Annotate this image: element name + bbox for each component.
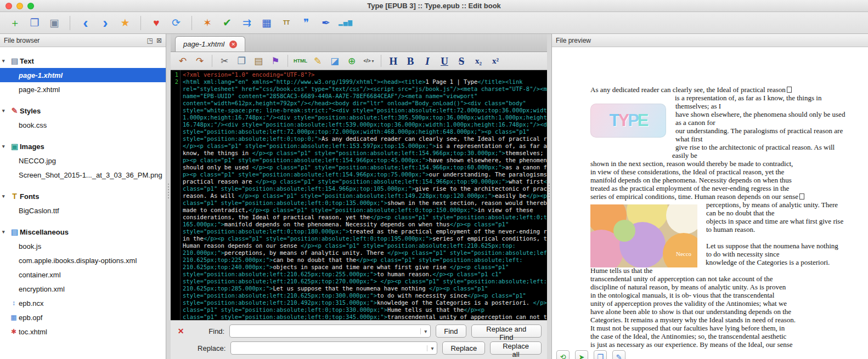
font-manager-button[interactable]: TT [278,15,295,31]
special-characters-button[interactable]: ✒ [318,15,334,31]
tree-item-encryption-xml[interactable]: encryption.xml [0,282,166,296]
replace-input[interactable] [231,342,427,354]
tree-section-styles[interactable]: ▾✎Styles [0,104,166,118]
close-panel-icon[interactable]: ⊠ [156,37,162,44]
donate-icon: ♥ [153,18,159,28]
mark-selection-icon: ✎ [314,56,322,66]
code-content[interactable]: <?xml version="1.0" encoding="UTF-8"?><h… [181,70,547,320]
superscript-button[interactable]: x² [488,54,503,68]
disclosure-triangle-icon[interactable]: ▾ [2,229,9,235]
replace-all-button[interactable]: Replace all [490,341,542,355]
back-icon: ‹ [83,15,88,31]
mend-code-button[interactable]: ⇉ [239,15,255,31]
replace-and-find-button[interactable]: Replace and Find [471,324,542,338]
tab-page-1-xhtml[interactable]: page-1.xhtml ✕ [175,36,245,52]
insert-id-button[interactable]: ⊕ [344,54,359,68]
insert-tag-icon: </> [363,59,370,64]
find-button[interactable]: Find [436,324,466,338]
close-find-button[interactable]: ✕ [176,327,185,335]
dropdown-arrow-icon: ▾ [372,59,374,64]
heading-button[interactable]: H [386,54,401,68]
tree-item-toc-xhtml[interactable]: ✱toc.xhtml [0,324,166,339]
cut-button[interactable]: ✂ [217,54,232,68]
mark-selection-button[interactable]: ✎ [310,54,325,68]
code-line: 210.625px;top:285.000px;">Let us suppose… [183,285,547,292]
bold-button[interactable]: B [403,54,418,68]
strikethrough-button[interactable]: S [454,54,469,68]
replace-dropdown-icon[interactable]: ▾ [427,345,437,351]
find-input[interactable] [230,325,420,337]
back-button[interactable]: ‹ [77,15,94,31]
tree-item-book-css[interactable]: book.css [0,118,166,132]
tree-section-fonts[interactable]: ▾TFonts [0,189,166,203]
tree-item-epb-ncx[interactable]: ↕epb.ncx [0,296,166,310]
code-view[interactable]: 12 <?xml version="1.0" encoding="UTF-8"?… [171,70,547,320]
left-splitter[interactable] [166,34,171,359]
refresh-button[interactable]: ⟳ [168,15,184,31]
bookmark-button[interactable]: ★ [117,15,133,31]
insert-tag-button[interactable]: </>▾ [361,54,376,68]
html-view-button[interactable]: HTML [292,54,308,68]
code-line: class="p1" style="position:absolute;left… [183,314,547,320]
tree-item-bigcaslon-ttf[interactable]: BigCaslon.ttf [0,203,166,218]
italic-button[interactable]: I [420,54,435,68]
tree-item-necco-jpg[interactable]: NECCO.jpg [0,153,166,168]
line-number: 1 [171,71,178,78]
tree-section-text[interactable]: ▾▤Text [0,54,166,68]
right-splitter[interactable] [547,34,551,359]
insert-entity-button[interactable]: ⚑ [268,54,283,68]
tree-item-page-2-xhtml[interactable]: page-2.xhtml [0,82,166,96]
editor-toolbar: ↶↷✂❐▤⚑HTML✎◪⊕</>▾HBIUSx₂x² [171,52,547,70]
paste-button[interactable]: ▤ [251,54,266,68]
reports-button[interactable]: ▂▅▇ [337,15,354,31]
tab-close-icon[interactable]: ✕ [229,41,237,48]
code-line: <html xml:lang="en" xmlns="http://www.w3… [183,78,547,86]
refresh-preview-button[interactable]: ⟲ [556,350,570,359]
tree-item-com-apple-ibooks-display-options-xml[interactable]: com.apple.ibooks.display-options.xml [0,253,166,267]
disclosure-triangle-icon[interactable]: ▾ [2,144,9,149]
forward-button[interactable]: › [97,15,114,31]
find-dropdown-icon[interactable]: ▾ [420,328,430,334]
close-window-button[interactable] [5,3,12,9]
undo-button[interactable]: ↶ [175,54,190,68]
minimize-window-button[interactable] [16,3,23,9]
go-to-location-button[interactable]: ➤ [575,350,588,359]
subscript-button[interactable]: x₂ [471,54,486,68]
report-bug-button[interactable]: ✶ [199,15,216,31]
spellcheck-button[interactable]: ✔ [219,15,235,31]
tree-section-images[interactable]: ▾▣Images [0,139,166,153]
quotes-icon: ❞ [303,18,309,28]
code-line: </p><p class="p1" style="position:absolu… [183,143,547,150]
tree-item-label: Images [20,143,48,151]
tree-item-epb-opf[interactable]: ▦epb.opf [0,310,166,324]
disclosure-triangle-icon[interactable]: ▾ [2,193,9,199]
new-file-button[interactable]: ＋ [7,15,23,31]
insert-image-icon: ◪ [330,56,339,66]
save-button[interactable]: ▣ [46,15,63,31]
preview-text-line: can be no doubt that the [706,209,775,217]
disclosure-triangle-icon[interactable]: ▾ [2,108,9,113]
donate-button[interactable]: ♥ [148,15,165,31]
inspect-button[interactable]: ✎ [612,350,625,359]
metadata-editor-button[interactable]: ▦ [258,15,275,31]
tree-item-container-xml[interactable]: container.xml [0,267,166,282]
float-panel-icon[interactable]: ◳ [147,37,153,44]
copy-button[interactable]: ❐ [234,54,249,68]
disclosure-triangle-icon[interactable]: ▾ [2,58,9,64]
insert-image-button[interactable]: ◪ [327,54,342,68]
tree-item-book-js[interactable]: book.js [0,239,166,253]
tree-item-page-1-xhtml[interactable]: page-1.xhtml [0,68,166,82]
zoom-window-button[interactable] [27,3,34,9]
file-browser-title: File browser [4,37,40,44]
redo-button[interactable]: ↷ [192,54,207,68]
preview-text-line: have shown elsewhere, the phenomena shou… [675,110,845,118]
replace-button[interactable]: Replace [442,341,485,355]
quotes-button[interactable]: ❞ [298,15,314,31]
underline-button[interactable]: U [437,54,452,68]
open-book-button[interactable]: ❐ [26,15,43,31]
open-in-editor-button[interactable]: ❐ [594,350,607,359]
tree-section-miscellaneous[interactable]: ▾▤Miscellaneous [0,225,166,239]
special-characters-icon: ✒ [322,18,330,28]
tree-item-label: com.apple.ibooks.display-options.xml [19,257,140,265]
tree-item-screen-shot-2015-1-at-3-03-36-pm-png[interactable]: Screen_Shot_2015-1..._at_3_03_36_PM.png [0,168,166,182]
